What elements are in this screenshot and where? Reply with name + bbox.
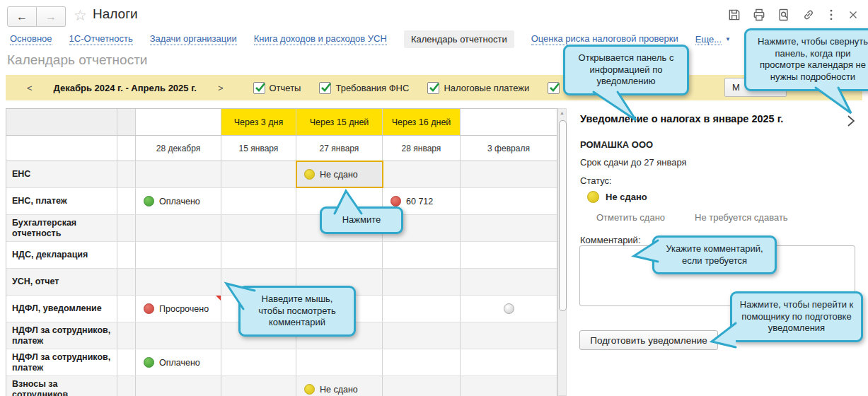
- page-title: Календарь отчетности: [7, 52, 147, 68]
- tab-1c-reporting[interactable]: 1С-Отчетность: [69, 33, 133, 45]
- status-dot-yellow-icon: [304, 384, 315, 395]
- scrollbar-thumb[interactable]: [559, 120, 567, 311]
- status-cell-overdue[interactable]: Просрочено: [136, 296, 221, 322]
- date-header: 15 января: [221, 136, 296, 161]
- favorite-star-icon[interactable]: ☆: [74, 7, 87, 24]
- status-cell-paid[interactable]: Оплачено: [136, 349, 221, 375]
- status-cell-empty[interactable]: [461, 296, 557, 322]
- tab-org-tasks[interactable]: Задачи организации: [150, 33, 237, 45]
- status-dot-green-icon: [144, 196, 154, 206]
- status-value: Не сдано: [606, 192, 647, 202]
- status-dot-green-icon: [144, 357, 154, 368]
- row-label: ЕНС: [6, 161, 117, 187]
- tab-more[interactable]: Еще...▼: [695, 34, 731, 45]
- link-icon[interactable]: [802, 8, 816, 22]
- callout-panel-info: Открывается панель с информацией по увед…: [563, 45, 689, 95]
- table-row-accounting-reports: Бухгалтерская отчетность: [6, 215, 557, 242]
- status-dot-red-icon: [390, 196, 401, 206]
- deadline-header: Через 15 дней: [296, 109, 383, 135]
- row-label: Взносы за сотрудников: [6, 376, 117, 396]
- callout-hover-comment: Наведите мышь, чтобы посмотреть коммента…: [238, 286, 356, 337]
- table-row-vat-declaration: НДС, декларация: [6, 242, 557, 269]
- not-required-link[interactable]: Не требуется сдавать: [695, 212, 788, 223]
- status-dot-yellow-icon: [587, 191, 599, 203]
- callout-comment-field: Укажите комментарий, если требуется: [652, 235, 777, 274]
- row-label: НДФЛ за сотрудников, платеж: [6, 322, 117, 349]
- status-cell-not-submitted[interactable]: Не сдано: [296, 161, 383, 187]
- row-label: УСН, отчет: [6, 269, 117, 295]
- scroll-up-icon[interactable]: ▲: [558, 110, 566, 115]
- print-icon[interactable]: [752, 8, 766, 22]
- period-range-label[interactable]: Декабрь 2024 г. - Апрель 2025 г.: [54, 83, 197, 93]
- vertical-scrollbar[interactable]: ▲: [557, 108, 567, 396]
- table-row-ens-payment: ЕНС, платеж Оплачено 60 712: [6, 188, 557, 215]
- prev-period-button[interactable]: <: [21, 80, 38, 96]
- organization-name: РОМАШКА ООО: [580, 139, 653, 150]
- tab-reporting-calendar[interactable]: Календарь отчетности: [404, 30, 514, 48]
- row-label: НДС, декларация: [6, 242, 117, 268]
- date-header: 28 января: [383, 136, 461, 161]
- checkbox-checked-icon: [319, 82, 331, 94]
- filter-fns-requirements[interactable]: Требования ФНС: [319, 82, 409, 94]
- taxes-window: ← → ☆ Налоги Основное 1С-Отчетность Зада…: [0, 0, 868, 396]
- prepare-notification-button[interactable]: Подготовить уведомление: [579, 330, 718, 350]
- tab-usn-book[interactable]: Книга доходов и расходов УСН: [254, 33, 387, 45]
- checkbox-checked-icon: [427, 82, 439, 94]
- callout-prepare-assistant: Нажмите, чтобы перейти к помощнику по по…: [730, 291, 863, 342]
- chevron-down-icon: ▼: [725, 36, 731, 42]
- more-actions-icon[interactable]: [826, 8, 836, 22]
- forward-button[interactable]: →: [37, 6, 66, 27]
- deadline-header-row: Через 3 дня Через 15 дней Через 16 дней: [6, 109, 557, 136]
- deadline-header: Через 16 дней: [383, 109, 461, 135]
- checkbox-checked-icon: [253, 82, 265, 94]
- date-header: 3 февраля: [461, 136, 557, 161]
- save-icon[interactable]: [727, 8, 741, 22]
- back-button[interactable]: ←: [7, 6, 37, 27]
- window-title: Налоги: [93, 6, 138, 22]
- status-label: Статус:: [580, 175, 612, 186]
- table-row-ndfl-employees-payment-2: НДФЛ за сотрудников, платеж Оплачено: [6, 349, 557, 376]
- comment-marker-icon[interactable]: [216, 296, 221, 301]
- row-label: НДФЛ, уведомление: [6, 296, 117, 322]
- status-dot-yellow-icon: [304, 169, 315, 180]
- status-value-row: Не сдано: [587, 191, 647, 203]
- next-period-button[interactable]: >: [212, 80, 229, 96]
- table-row-employee-contributions: Взносы за сотрудников Не сдано: [6, 376, 557, 396]
- reporting-calendar-table: Через 3 дня Через 15 дней Через 16 дней …: [6, 108, 557, 396]
- comment-label: Комментарий:: [580, 235, 641, 245]
- close-icon[interactable]: [847, 8, 860, 21]
- table-row-ens: ЕНС Не сдано: [6, 161, 557, 188]
- date-header: 28 декабря: [136, 136, 221, 161]
- status-dot-gray-icon: [504, 303, 514, 314]
- filter-tax-payments[interactable]: Налоговые платежи: [427, 82, 529, 94]
- row-label: Бухгалтерская отчетность: [6, 215, 117, 241]
- history-nav: ← →: [7, 6, 66, 27]
- callout-click-cell: Нажмите: [320, 206, 403, 234]
- period-filter-bar: < Декабрь 2024 г. - Апрель 2025 г. > Отч…: [6, 75, 862, 100]
- status-cell-not-submitted[interactable]: Не сдано: [296, 376, 383, 396]
- status-cell-paid[interactable]: Оплачено: [136, 188, 221, 214]
- date-header: 27 января: [296, 136, 383, 161]
- deadline-text: Срок сдачи до 27 января: [580, 157, 687, 168]
- mark-submitted-link[interactable]: Отметить сдано: [596, 212, 665, 223]
- date-header-row: 28 декабря 15 января 27 января 28 января…: [6, 136, 557, 161]
- preview-icon[interactable]: [777, 8, 791, 22]
- callout-collapse-panel: Нажмите, чтобы свернуть панель, когда пр…: [744, 28, 868, 91]
- row-label: ЕНС, платеж: [6, 188, 117, 214]
- filter-reports[interactable]: Отчеты: [253, 82, 301, 94]
- status-dot-red-icon: [144, 303, 154, 314]
- row-label: НДФЛ за сотрудников, платеж: [6, 349, 117, 375]
- deadline-header: Через 3 дня: [221, 109, 296, 135]
- tab-main[interactable]: Основное: [10, 33, 52, 45]
- tab-tax-audit-risk[interactable]: Оценка риска налоговой проверки: [531, 33, 678, 45]
- checkbox-checked-icon: [548, 82, 560, 94]
